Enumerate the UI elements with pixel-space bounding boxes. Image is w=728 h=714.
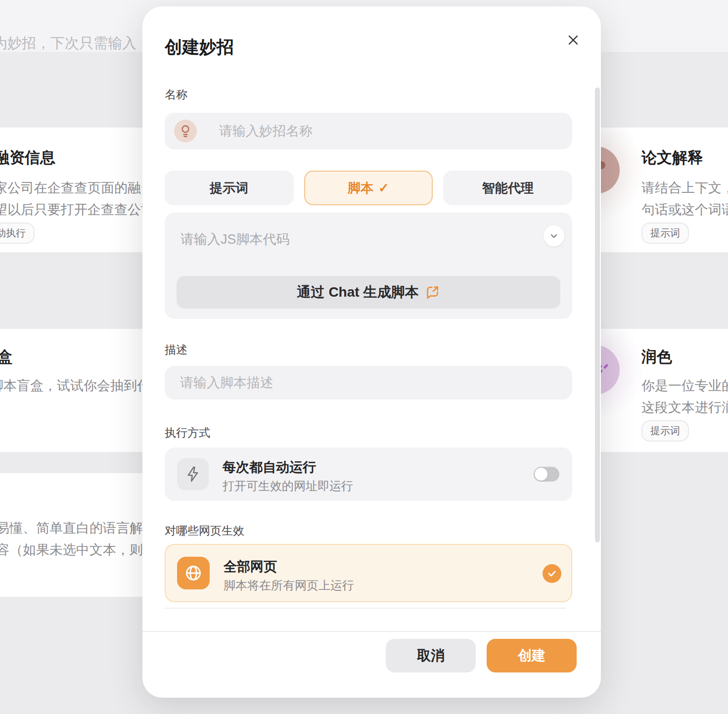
auto-run-subtitle: 打开可生效的网址即运行 [223,478,353,494]
script-editor-area[interactable]: 请输入JS脚本代码 通过 Chat 生成脚本 [165,213,572,319]
globe-icon [177,557,210,589]
lightbulb-icon [174,120,197,142]
paper-card-line2: 句话或这个词语。 [641,201,728,219]
close-icon [566,33,580,47]
section-divider [165,608,566,609]
financing-card-badge: 动执行 [0,223,35,244]
tab-prompt[interactable]: 提示词 [165,171,294,205]
name-input-wrap [165,113,572,149]
toggle-knob [535,468,547,481]
paper-card-line1: 请结合上下文，用 [641,179,728,197]
desc-input[interactable] [165,366,572,400]
pages-label: 对哪些网页生效 [165,523,244,538]
collapse-button[interactable] [544,225,564,246]
box-card-line1: 脚本盲盒，试试你会抽到什么 [0,377,164,395]
auto-run-card: 每次都自动运行 打开可生效的网址即运行 [165,447,572,501]
polish-card-title: 润色 [641,347,672,367]
auto-run-title: 每次都自动运行 [223,458,316,476]
tab-script-label: 脚本 [348,179,373,197]
selected-check-icon [543,564,561,583]
lightning-icon [177,458,209,490]
paper-card-badge: 提示词 [641,223,689,244]
all-pages-subtitle: 脚本将在所有网页上运行 [224,578,354,593]
cancel-button[interactable]: 取消 [386,639,476,672]
create-trick-modal: 创建妙招 名称 提示词 脚本 ✓ [142,6,601,698]
name-label: 名称 [165,87,187,102]
box-card-title: 盒 [0,347,12,367]
financing-card-title: 融资信息 [0,147,55,168]
modal-title: 创建妙招 [165,36,234,59]
auto-run-toggle[interactable] [534,467,559,482]
footer-divider [142,631,601,632]
script-placeholder: 请输入JS脚本代码 [181,230,290,248]
paper-card-title: 论文解释 [641,147,703,168]
exec-label: 执行方式 [165,425,210,441]
all-pages-card[interactable]: 全部网页 脚本将在所有网页上运行 [165,544,572,602]
modal-scrollbar[interactable] [595,88,600,542]
tab-script[interactable]: 脚本 ✓ [304,171,433,205]
desc-label: 描述 [165,342,187,357]
name-input[interactable] [165,113,572,149]
all-pages-title: 全部网页 [224,558,277,576]
polish-card-line1: 你是一位专业的文 [641,377,728,395]
desc-input-wrap [165,366,572,400]
generate-script-button[interactable]: 通过 Chat 生成脚本 [177,276,560,309]
close-button[interactable] [563,30,583,50]
chat-external-icon [425,285,440,300]
tab-check-icon: ✓ [378,180,389,196]
chevron-down-icon [548,230,559,241]
tab-agent[interactable]: 智能代理 [443,171,572,205]
type-tabs: 提示词 脚本 ✓ 智能代理 [165,171,572,205]
polish-card-line2: 这段文本进行润色 [641,399,728,416]
tab-agent-label: 智能代理 [482,179,534,197]
polish-card-badge: 提示词 [641,420,689,442]
create-button[interactable]: 创建 [487,639,577,672]
generate-script-label: 通过 Chat 生成脚本 [297,283,419,302]
tab-prompt-label: 提示词 [210,179,248,197]
